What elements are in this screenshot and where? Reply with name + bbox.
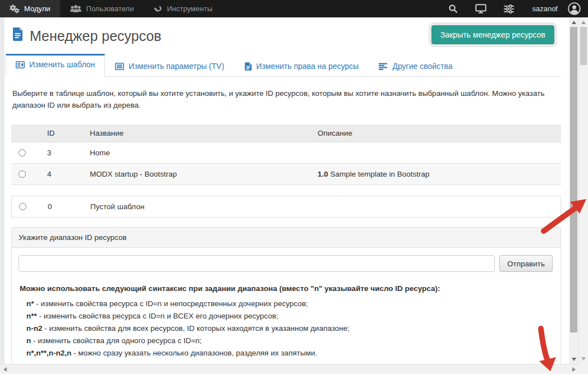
table-row: 4 MODX startup - Bootstrap 1.0 Sample te… xyxy=(11,164,561,185)
close-manager-button[interactable]: Закрыть менеджер ресурсов xyxy=(431,25,554,44)
syntax-item: n*,n**,n-n2,n - можно сразу указать неск… xyxy=(26,347,553,359)
nav-item-label: Пользователи xyxy=(86,4,134,13)
template-radio[interactable] xyxy=(19,149,26,156)
page-title: Менеджер ресурсов xyxy=(12,27,162,44)
avatar-icon[interactable] xyxy=(564,0,584,17)
header-description: Описание xyxy=(313,124,561,142)
empty-template-table: 0 Пустой шаблон xyxy=(11,196,561,218)
syntax-list: n* - изменить свойства ресурса с ID=n и … xyxy=(19,298,553,359)
tab-bar: Изменить шаблон Изменить параметры (TV) xyxy=(6,54,561,77)
template-radio[interactable] xyxy=(19,170,26,178)
syntax-item: n-n2 - изменить свойства для всех ресурс… xyxy=(26,322,553,335)
tab-label: Изменить права на ресурсы xyxy=(256,62,359,71)
template-table: ID Название Описание 3 Home 4 MODX start… xyxy=(11,124,561,185)
scroll-down-button[interactable] xyxy=(579,354,588,363)
username[interactable]: sazanof xyxy=(523,4,564,13)
tools-icon xyxy=(153,4,162,13)
outer-vertical-scrollbar[interactable] xyxy=(578,17,588,363)
cell-name: Пустой шаблон xyxy=(86,196,561,218)
modules-icon xyxy=(10,4,20,13)
range-input-row: Отправить xyxy=(19,255,553,272)
cell-description xyxy=(313,142,561,164)
nav-item-modules[interactable]: Модули xyxy=(0,0,60,17)
tab-change-template[interactable]: Изменить шаблон xyxy=(6,54,105,77)
syntax-heading: Можно использовать следующий синтаксис п… xyxy=(20,284,552,293)
syntax-item: n* - изменить свойства ресурса с ID=n и … xyxy=(26,298,553,310)
scroll-down-button[interactable] xyxy=(569,354,578,364)
intro-text: Выберите в таблице шаблон, который вы хо… xyxy=(12,87,560,111)
cell-id: 3 xyxy=(43,142,85,164)
panel-body: Отправить Можно использовать следующий с… xyxy=(12,248,561,374)
table-row: 3 Home xyxy=(11,142,561,164)
submit-button[interactable]: Отправить xyxy=(499,255,553,272)
scroll-up-button[interactable] xyxy=(569,17,578,27)
id-range-input[interactable] xyxy=(19,255,495,272)
scrollbar-corner xyxy=(578,363,588,374)
cell-name: MODX startup - Bootstrap xyxy=(85,164,313,185)
sliders-icon[interactable] xyxy=(495,0,523,17)
cell-id: 0 xyxy=(43,196,86,218)
document-icon xyxy=(12,27,23,44)
panel-heading: Укажите диапазон ID ресурсов xyxy=(12,228,561,248)
page-header: Менеджер ресурсов Закрыть менеджер ресур… xyxy=(11,22,561,44)
scrollbar-thumb[interactable] xyxy=(580,27,587,65)
search-icon[interactable] xyxy=(439,0,467,17)
cell-name: Home xyxy=(85,142,313,164)
scroll-left-button[interactable] xyxy=(0,364,10,374)
page-title-text: Менеджер ресурсов xyxy=(30,28,162,44)
cell-id: 4 xyxy=(43,164,85,185)
tab-label: Другие свойства xyxy=(392,62,452,71)
scrollbar-thumb[interactable] xyxy=(570,27,577,333)
nav-item-users[interactable]: Пользователи xyxy=(60,0,144,17)
tab-other-properties[interactable]: Другие свойства xyxy=(369,56,462,76)
users-icon xyxy=(70,4,82,13)
tab-change-permissions[interactable]: Изменить права на ресурсы xyxy=(235,56,369,76)
navbar-right: sazanof xyxy=(439,0,588,17)
header-name: Название xyxy=(85,124,313,142)
horizontal-scrollbar[interactable] xyxy=(0,364,578,374)
lines-icon xyxy=(379,63,388,70)
id-range-panel: Укажите диапазон ID ресурсов Отправить М… xyxy=(11,227,561,374)
display-icon[interactable] xyxy=(467,0,495,17)
table-header-row: ID Название Описание xyxy=(11,124,561,142)
file-icon xyxy=(245,62,252,71)
newspaper-icon xyxy=(16,61,25,68)
list-icon xyxy=(115,63,124,70)
scroll-right-button[interactable] xyxy=(569,364,578,374)
module-content: Менеджер ресурсов Закрыть менеджер ресур… xyxy=(4,17,569,374)
tab-label: Изменить параметры (TV) xyxy=(128,62,224,71)
tab-label: Изменить шаблон xyxy=(29,60,95,69)
inner-vertical-scrollbar[interactable] xyxy=(569,17,578,364)
nav-item-label: Модули xyxy=(24,4,50,13)
scroll-up-button[interactable] xyxy=(579,17,588,27)
nav-item-label: Инструменты xyxy=(167,4,212,13)
table-row: 0 Пустой шаблон xyxy=(12,196,561,218)
tab-change-tv-params[interactable]: Изменить параметры (TV) xyxy=(105,56,234,76)
nav-item-tools[interactable]: Инструменты xyxy=(143,0,222,17)
cell-description: 1.0 Sample template in Bootstrap xyxy=(313,164,561,185)
header-select xyxy=(11,124,43,142)
header-id: ID xyxy=(43,124,85,142)
screen: Модули Пользователи Инс xyxy=(0,0,588,374)
template-radio[interactable] xyxy=(19,203,26,210)
top-navbar: Модули Пользователи Инс xyxy=(0,0,588,17)
syntax-item: n** - изменить свойства ресурса с ID=n и… xyxy=(26,310,553,322)
syntax-item: n - изменить свойства для одного ресурса… xyxy=(26,335,553,347)
